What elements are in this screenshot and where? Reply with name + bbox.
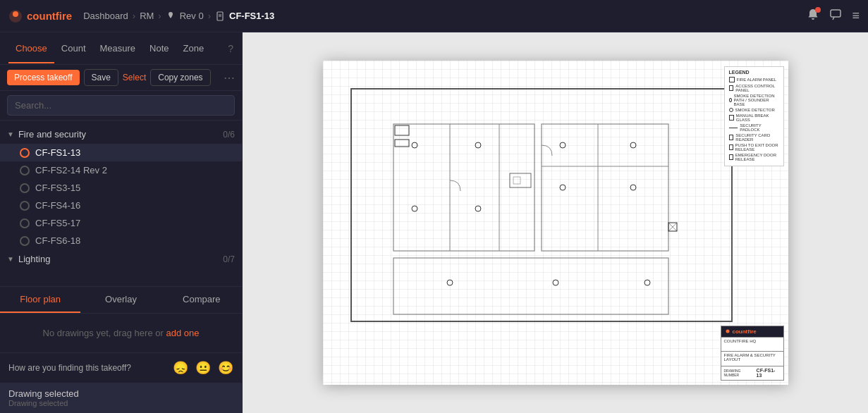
chevron-down-icon: ▼ [7, 130, 14, 138]
tree-item-cf-fs1-13[interactable]: CF-FS1-13 [0, 144, 242, 161]
tree-item-label: CF-FS5-17 [35, 218, 80, 228]
pin-icon [166, 11, 176, 21]
tab-help[interactable]: ? [228, 43, 233, 54]
svg-point-24 [644, 280, 650, 285]
breadcrumb-rev[interactable]: Rev 0 [180, 11, 204, 21]
tree-item-label: CF-FS3-15 [35, 183, 80, 193]
tab-floor-plan[interactable]: Floor plan [0, 287, 80, 313]
legend-icon-sq6 [729, 154, 733, 160]
process-takeoff-button[interactable]: Process takeoff [7, 70, 80, 85]
floorplan-svg [344, 82, 753, 335]
legend-item-9: EMERGENCY DOOR RELEASE [729, 153, 779, 161]
tree-item-cf-fs5-17[interactable]: CF-FS5-17 [0, 214, 242, 232]
legend-item-6: SECURITY PADLOCK [729, 123, 779, 132]
select-button[interactable]: Select [123, 73, 146, 82]
tree-item-cf-fs3-15[interactable]: CF-FS3-15 [0, 179, 242, 197]
svg-point-16 [560, 142, 566, 148]
legend-item-8: PUSH TO EXIT DOOR RELEASE [729, 143, 779, 152]
comment-icon [829, 8, 842, 21]
tree-item-cf-fs4-16[interactable]: CF-FS4-16 [0, 197, 242, 214]
title-block-company: countfire [733, 328, 757, 335]
svg-point-20 [560, 185, 566, 190]
svg-point-17 [630, 142, 636, 148]
svg-rect-26 [395, 140, 409, 147]
title-block: countfire COUNTFIRE HQ FIRE ALARM & SECU… [721, 326, 784, 381]
radio-cf-fs5-17 [20, 218, 30, 228]
no-drawings-text: No drawings yet, drag here or [43, 328, 164, 338]
tab-measure[interactable]: Measure [93, 35, 143, 63]
group-fire-security[interactable]: ▼ Fire and security 0/6 [0, 125, 242, 144]
svg-point-32 [726, 329, 729, 333]
comments-button[interactable] [829, 8, 842, 24]
radio-cf-fs3-15 [20, 183, 30, 193]
radio-cf-fs6-18 [20, 236, 30, 246]
menu-button[interactable]: ≡ [852, 8, 860, 23]
radio-cf-fs4-16 [20, 201, 30, 211]
more-button[interactable]: ⋯ [224, 71, 235, 85]
emoji-sad-button[interactable]: 😞 [173, 360, 188, 376]
feedback-question: How are you finding this takeoff? [8, 363, 166, 373]
title-block-rows: COUNTFIRE HQ FIRE ALARM & SECURITY LAYOU… [721, 337, 783, 380]
logo-icon [8, 9, 23, 23]
svg-point-15 [475, 142, 481, 148]
breadcrumb-rm[interactable]: RM [140, 11, 154, 21]
chevron-right-icon: ▼ [7, 255, 14, 263]
add-one-link[interactable]: add one [166, 328, 199, 338]
doc-icon [215, 11, 225, 21]
title-block-description: FIRE ALARM & SECURITY LAYOUT [721, 351, 783, 365]
svg-point-14 [412, 142, 417, 148]
group-lighting[interactable]: ▼ Lighting 0/7 [0, 249, 242, 269]
notification-dot [815, 7, 821, 13]
status-bar: Drawing selected Drawing selected [0, 383, 242, 413]
title-block-number: DRAWING NUMBER CF-FS1-13 [721, 366, 783, 380]
title-block-logo: countfire [721, 326, 783, 337]
copy-zones-button[interactable]: Copy zones [150, 69, 210, 86]
title-logo-icon [725, 329, 731, 335]
emoji-happy-button[interactable]: 😊 [218, 360, 233, 376]
sidebar: Choose Count Measure Note Zone ? Process… [0, 32, 243, 413]
search-input[interactable] [7, 95, 235, 116]
tree-item-label: CF-FS6-18 [35, 235, 80, 246]
drawing-container: LEGEND FIRE ALARM PANEL ACCESS CONTROL P… [323, 61, 788, 385]
tab-overlay[interactable]: Overlay [80, 287, 161, 313]
tree-item-label: CF-FS4-16 [35, 200, 80, 211]
save-button[interactable]: Save [84, 69, 118, 86]
svg-point-23 [553, 280, 558, 285]
tree-item-cf-fs6-18[interactable]: CF-FS6-18 [0, 232, 242, 249]
svg-rect-9 [393, 258, 668, 314]
breadcrumb-dashboard[interactable]: Dashboard [83, 11, 128, 21]
radio-cf-fs2-14 [20, 166, 30, 175]
tab-compare[interactable]: Compare [161, 287, 242, 313]
tree-item-cf-fs2-14[interactable]: CF-FS2-14 Rev 2 [0, 161, 242, 179]
tab-count[interactable]: Count [54, 35, 93, 63]
tab-choose[interactable]: Choose [8, 35, 54, 63]
group-fire-security-label: Fire and security [18, 129, 86, 140]
search-bar [0, 91, 242, 121]
bottom-tab-bar: Floor plan Overlay Compare [0, 287, 242, 314]
tab-note[interactable]: Note [142, 35, 176, 63]
legend-icon-sq [729, 77, 735, 82]
legend-icon-line [729, 128, 738, 128]
logo[interactable]: countfire [8, 9, 72, 23]
breadcrumb: Dashboard › RM › Rev 0 › CF-FS1-13 [83, 11, 274, 21]
tree-item-label: CF-FS2-14 Rev 2 [35, 165, 107, 175]
legend-icon-sq4 [729, 135, 734, 140]
legend-item-7: SECURITY CARD READER [729, 133, 779, 142]
bottom-tabs: Floor plan Overlay Compare No drawings y… [0, 286, 242, 352]
logo-text: countfire [27, 10, 72, 22]
title-block-drawing-number: CF-FS1-13 [757, 368, 781, 378]
svg-rect-5 [831, 10, 841, 17]
tab-bar: Choose Count Measure Note Zone ? [0, 32, 242, 65]
legend-item-4: SMOKE DETECTOR [729, 108, 779, 112]
emoji-neutral-button[interactable]: 😐 [195, 360, 211, 376]
svg-point-1 [13, 11, 18, 17]
svg-point-22 [447, 280, 453, 285]
notifications-button[interactable] [807, 8, 819, 24]
tab-zone[interactable]: Zone [176, 35, 212, 63]
legend-icon-dot [729, 98, 732, 102]
svg-rect-28 [513, 177, 520, 184]
tree-area: ▼ Fire and security 0/6 CF-FS1-13 CF-FS2… [0, 121, 242, 286]
breadcrumb-current[interactable]: CF-FS1-13 [229, 11, 274, 21]
group-lighting-count: 0/7 [223, 254, 235, 264]
canvas-area[interactable]: LEGEND FIRE ALARM PANEL ACCESS CONTROL P… [243, 32, 868, 413]
